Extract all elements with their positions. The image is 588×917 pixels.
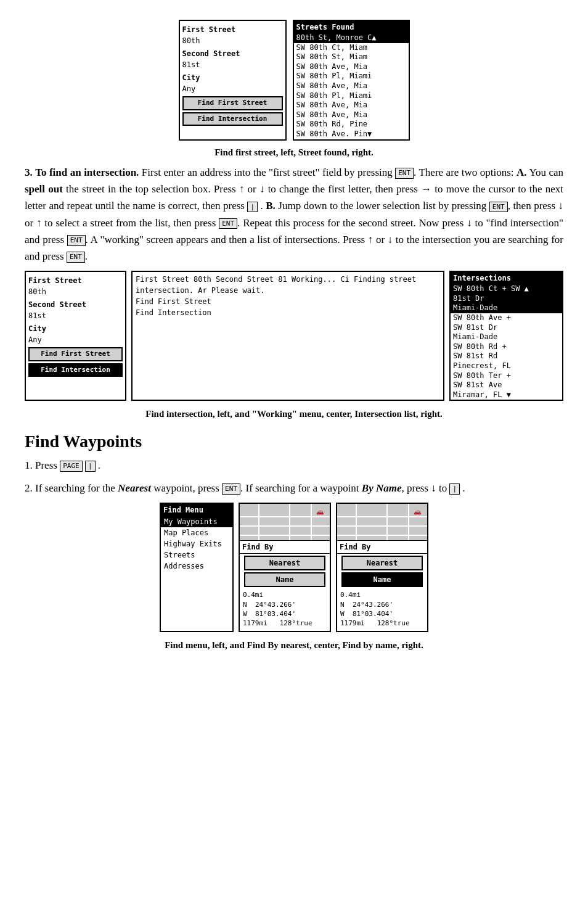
center-mi-row: 1179mi 128°true (243, 619, 327, 628)
step3-bold-intro: To find an intersection. (35, 167, 139, 178)
key-enter-5: ENT (67, 252, 85, 262)
street-item-3[interactable]: SW 80th Ave, Mia (294, 62, 409, 72)
ml-find-first-button[interactable]: Find First Street (28, 347, 123, 361)
center-nearest-button[interactable]: Nearest (244, 556, 325, 570)
mc-intersection-value: intersection. (136, 286, 194, 295)
ml-find-intersection-button[interactable]: Find Intersection (28, 363, 123, 377)
mc-find-first-button[interactable]: Find First Street (136, 297, 211, 306)
street-item-6[interactable]: SW 80th Pl, Miami (294, 91, 409, 101)
int-item-2[interactable]: Miami-Dade (451, 303, 562, 313)
step2-text: 2. If searching for the Nearest waypoint… (25, 482, 465, 494)
center-map-content: 🚗 (240, 504, 330, 540)
menu-item-addresses[interactable]: Addresses (161, 561, 232, 572)
ml-city-value: Any (28, 334, 123, 345)
int-item-3[interactable]: SW 80th Ave + (451, 313, 562, 323)
street-item-5[interactable]: SW 80th Ave, Mia (294, 81, 409, 91)
street-item-8[interactable]: SW 80th Ave, Mia (294, 110, 409, 120)
ml-find-first-btn-row: Find First Street (28, 347, 123, 361)
right-coords: 0.4mi N 24°43.266' W 81°03.404' 1179mi 1… (337, 589, 427, 631)
center-w-label: W (243, 610, 247, 618)
menu-item-map-places[interactable]: Map Places (161, 527, 232, 538)
top-figure-caption: Find first street, left, Street found, r… (25, 146, 563, 160)
int-item-9[interactable]: SW 80th Ter + (451, 371, 562, 381)
menu-item-waypoints[interactable]: My Waypoints (161, 516, 232, 527)
int-item-4[interactable]: SW 81st Dr (451, 323, 562, 333)
first-street-label: First Street (182, 24, 283, 35)
intersections-panel: Intersections SW 80th Ct + SW ▲ 81st Dr … (449, 271, 563, 401)
mc-please-wait-value: Ar Please wait. (198, 286, 264, 295)
mc-find-intersection-button[interactable]: Find Intersection (136, 308, 211, 317)
intersections-header: Intersections (451, 272, 562, 284)
right-map-road-h1 (337, 516, 427, 517)
int-item-8[interactable]: Pinecrest, FL (451, 361, 562, 371)
find-waypoints-title: Find Waypoints (25, 429, 563, 454)
bottom-figure-caption: Find menu, left, and Find By nearest, ce… (25, 638, 563, 652)
key-page-1: PAGE (60, 461, 83, 471)
right-w-coord: W 81°03.404' (340, 609, 424, 619)
menu-item-streets[interactable]: Streets (161, 549, 232, 561)
street-item-1[interactable]: SW 80th Ct, Miam (294, 43, 409, 53)
street-item-10[interactable]: SW 80th Ave. Pin▼ (294, 130, 409, 139)
spell-out-bold: spell out (25, 183, 63, 195)
step3-number: 3. (25, 167, 33, 178)
find-waypoints-step2: 2. If searching for the Nearest waypoint… (25, 480, 563, 496)
right-find-by-label: Find By (337, 541, 427, 554)
middle-left-body: First Street 80th Second Street 81st Cit… (26, 272, 125, 380)
right-nearest-button[interactable]: Nearest (341, 556, 422, 570)
find-by-nearest-panel: 🚗 Find By Nearest Name 0.4mi N 24°43.266… (239, 503, 331, 632)
ml-second-street-label: Second Street (28, 299, 123, 310)
step1-text: 1. Press PAGE | . (25, 459, 100, 471)
center-coords: 0.4mi N 24°43.266' W 81°03.404' 1179mi 1… (240, 589, 330, 631)
center-n-value: 24°43.266' (255, 601, 296, 609)
map-road-v3 (311, 504, 312, 540)
int-item-11[interactable]: Miramar, FL ▼ (451, 390, 562, 400)
int-item-5[interactable]: Miami-Dade (451, 332, 562, 342)
streets-found-panel: Streets Found 80th St, Monroe C▲ SW 80th… (293, 20, 410, 141)
by-name-italic: By Name (362, 482, 402, 494)
center-distance: 0.4mi (243, 590, 327, 599)
right-map-road-h3 (337, 535, 427, 536)
find-first-street-button[interactable]: Find First Street (182, 96, 283, 110)
paragraph-3: 3. To find an intersection. First enter … (25, 164, 563, 265)
int-item-0[interactable]: SW 80th Ct + SW ▲ (451, 284, 562, 294)
center-n-coord: N 24°43.266' (243, 600, 327, 609)
key-enter-2: ENT (489, 202, 508, 212)
street-item-2[interactable]: SW 80th St, Miam (294, 52, 409, 62)
find-menu-header: Find Menu (161, 504, 232, 516)
mc-first-street-label: First Street (136, 275, 189, 284)
right-mi-row: 1179mi 128°true (340, 619, 424, 628)
int-item-7[interactable]: SW 81st Rd (451, 352, 562, 361)
first-street-value: 80th (182, 35, 283, 46)
key-enter-nearest: ENT (222, 483, 240, 494)
middle-center-panel: First Street 80th Second Street 81 Worki… (131, 271, 444, 401)
step3-text5: . (261, 200, 266, 212)
key-enter-1: ENT (395, 168, 414, 178)
center-deg-value: 128°true (280, 619, 312, 627)
right-name-button[interactable]: Name (341, 572, 422, 587)
ml-first-street-label: First Street (28, 275, 123, 286)
int-item-6[interactable]: SW 80th Rd + (451, 342, 562, 352)
by-name-bold: By Name (362, 482, 402, 494)
map-road-v2 (289, 504, 290, 540)
find-intersection-btn-row: Find Intersection (182, 112, 283, 126)
mc-first-street-value: 80th (194, 275, 211, 284)
ml-city-label: City (28, 323, 123, 334)
menu-item-highway-exits[interactable]: Highway Exits (161, 538, 232, 549)
map-road-h1 (240, 516, 330, 517)
street-item-4[interactable]: SW 80th Pl, Miami (294, 72, 409, 81)
map-road-v1 (258, 504, 259, 540)
nearest-bold: Nearest (118, 482, 151, 494)
right-distance: 0.4mi (340, 590, 424, 599)
street-item-0[interactable]: 80th St, Monroe C▲ (294, 33, 409, 43)
right-n-label: N (340, 601, 345, 609)
center-map: 🚗 (240, 504, 330, 541)
option-B: B. (266, 200, 276, 212)
int-item-1[interactable]: 81st Dr (451, 294, 562, 304)
right-w-value: 81°03.404' (353, 610, 393, 618)
street-item-7[interactable]: SW 80th Ave, Mia (294, 101, 409, 110)
find-intersection-button[interactable]: Find Intersection (182, 112, 283, 126)
int-item-10[interactable]: SW 81st Ave (451, 380, 562, 390)
center-name-button[interactable]: Name (244, 572, 325, 587)
street-item-9[interactable]: SW 80th Rd, Pine (294, 120, 409, 130)
ml-first-street-value: 80th (28, 286, 123, 297)
